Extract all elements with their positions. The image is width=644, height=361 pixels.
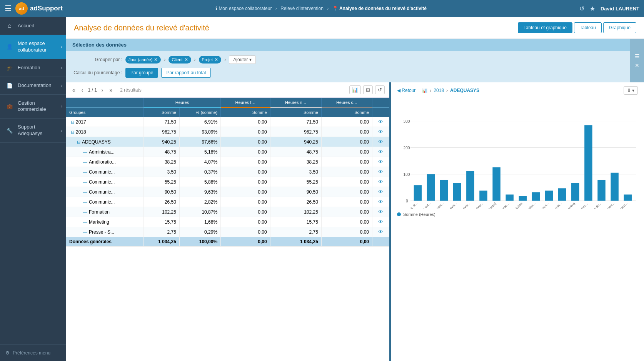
expand-icon[interactable]: ⊟ bbox=[71, 130, 74, 134]
chart-download-button[interactable]: ⬇ ▾ bbox=[624, 86, 638, 95]
chip-jour[interactable]: Jour (année) ✕ bbox=[125, 56, 161, 64]
eye-icon[interactable]: 👁 bbox=[378, 189, 383, 195]
eye-icon[interactable]: 👁 bbox=[378, 159, 383, 165]
expand-icon[interactable]: — bbox=[83, 160, 87, 164]
cell-eye[interactable]: 👁 bbox=[372, 117, 389, 127]
prev-page-button[interactable]: ‹ bbox=[80, 86, 85, 94]
bar-rect[interactable] bbox=[558, 188, 566, 201]
bar-rect[interactable] bbox=[611, 173, 618, 201]
star-icon[interactable]: ★ bbox=[590, 5, 595, 12]
filter-icon[interactable]: ☰ bbox=[635, 53, 640, 59]
bar-rect[interactable] bbox=[519, 196, 527, 201]
expand-icon[interactable]: — bbox=[83, 180, 87, 184]
cell-eye[interactable]: 👁 bbox=[372, 167, 389, 177]
first-page-button[interactable]: « bbox=[71, 86, 77, 94]
cell-eye[interactable]: 👁 bbox=[372, 187, 389, 197]
eye-icon[interactable]: 👁 bbox=[378, 139, 383, 145]
cell-somme1: 38,25 bbox=[143, 157, 179, 167]
expand-icon[interactable]: — bbox=[83, 230, 87, 234]
eye-icon[interactable]: 👁 bbox=[378, 229, 383, 235]
th-heures-f: – Heures f… – bbox=[221, 98, 270, 107]
sidebar-item-formation[interactable]: 🎓 Formation › bbox=[0, 59, 66, 77]
sidebar-item-accueil[interactable]: ⌂ Accueil bbox=[0, 17, 66, 35]
expand-icon[interactable]: — bbox=[83, 220, 87, 224]
bar-rect[interactable] bbox=[492, 167, 500, 201]
bar-rect[interactable] bbox=[440, 180, 448, 201]
sidebar-item-mon-espace[interactable]: 👤 Mon espace collaborateur › bbox=[0, 35, 66, 59]
cell-eye[interactable]: 👁 bbox=[372, 197, 389, 207]
cell-somme4: 0,00 bbox=[321, 217, 372, 227]
expand-icon[interactable]: — bbox=[83, 150, 87, 154]
expand-icon[interactable]: ⊟ bbox=[77, 140, 80, 144]
cell-label: —Presse - S... bbox=[66, 227, 143, 237]
bar-rect[interactable] bbox=[479, 191, 487, 201]
table-scroll[interactable]: — Heures — – Heures f… – – Heures n… – –… bbox=[66, 98, 389, 361]
sidebar-item-support[interactable]: 🔧 Support Adequasys › bbox=[0, 119, 66, 143]
preferences-menu[interactable]: ⚙ Préférences menu bbox=[0, 344, 66, 361]
next-page-button[interactable]: › bbox=[100, 86, 105, 94]
pct-btn-total[interactable]: Par rapport au total bbox=[161, 68, 211, 78]
bar-rect[interactable] bbox=[545, 191, 553, 201]
expand-icon[interactable]: — bbox=[83, 190, 87, 194]
cell-eye[interactable]: 👁 bbox=[372, 217, 389, 227]
tab-tableau[interactable]: Tableau bbox=[574, 22, 602, 33]
bar-rect[interactable] bbox=[414, 185, 422, 201]
bar-rect[interactable] bbox=[466, 171, 474, 201]
expand-icon[interactable]: ⊟ bbox=[71, 120, 74, 124]
chip-jour-remove[interactable]: ✕ bbox=[154, 57, 158, 62]
eye-icon[interactable]: 👁 bbox=[378, 209, 383, 215]
expand-icon[interactable]: — bbox=[83, 200, 87, 204]
chart-back-button[interactable]: ◀ Retour bbox=[397, 88, 415, 93]
eye-icon[interactable]: 👁 bbox=[378, 179, 383, 185]
export-excel-button[interactable]: 📊 bbox=[349, 85, 361, 94]
last-page-button[interactable]: » bbox=[108, 86, 114, 94]
eye-icon[interactable]: 👁 bbox=[378, 119, 383, 125]
cell-eye[interactable]: 👁 bbox=[372, 157, 389, 167]
breadcrumb-step2[interactable]: Relevé d'intervention bbox=[280, 6, 324, 11]
refresh-table-button[interactable]: ↺ bbox=[375, 85, 385, 94]
bar-rect[interactable] bbox=[453, 183, 461, 201]
pct-btn-group[interactable]: Par groupe bbox=[125, 68, 158, 78]
eye-icon[interactable]: 👁 bbox=[378, 199, 383, 205]
cell-eye[interactable]: 👁 bbox=[372, 147, 389, 157]
tab-tableau-graphique[interactable]: Tableau et graphique bbox=[518, 22, 572, 33]
cell-somme3: 940,25 bbox=[270, 137, 321, 147]
bar-rect[interactable] bbox=[506, 194, 513, 201]
breadcrumb-step1[interactable]: Mon espace collaborateur bbox=[219, 6, 272, 11]
cell-eye[interactable]: 👁 bbox=[372, 227, 389, 237]
chip-client[interactable]: Client ✕ bbox=[169, 56, 191, 64]
expand-icon[interactable]: — bbox=[83, 210, 87, 214]
eye-icon[interactable]: 👁 bbox=[378, 219, 383, 225]
refresh-icon[interactable]: ↺ bbox=[579, 5, 584, 12]
bar-rect[interactable] bbox=[597, 180, 605, 201]
data-section: « ‹ 1 / 1 › » 2 résultats 📊 ⊞ ↺ bbox=[66, 82, 644, 361]
chip-client-remove[interactable]: ✕ bbox=[184, 57, 188, 62]
bar-rect[interactable] bbox=[584, 125, 592, 201]
bar-rect[interactable] bbox=[427, 174, 435, 201]
add-group-button[interactable]: Ajouter ▾ bbox=[229, 55, 256, 64]
expand-icon[interactable]: — bbox=[83, 170, 87, 174]
eye-icon[interactable]: 👁 bbox=[378, 149, 383, 155]
bar-rect[interactable] bbox=[571, 183, 579, 201]
sidebar-item-gestion[interactable]: 💼 Gestion commerciale › bbox=[0, 95, 66, 119]
chip-projet[interactable]: Projet ✕ bbox=[199, 56, 222, 64]
bar-rect[interactable] bbox=[624, 194, 632, 201]
cell-eye[interactable]: 👁 bbox=[372, 207, 389, 217]
chart-client[interactable]: ADEQUASYS bbox=[450, 88, 479, 93]
columns-button[interactable]: ⊞ bbox=[363, 85, 373, 94]
chart-year[interactable]: 2018 bbox=[434, 88, 444, 93]
eye-icon[interactable]: 👁 bbox=[378, 129, 383, 135]
filter-collapse-icon[interactable]: ✕ bbox=[635, 62, 639, 69]
cell-eye[interactable]: 👁 bbox=[372, 127, 389, 137]
eye-icon[interactable]: 👁 bbox=[378, 169, 383, 175]
cell-eye[interactable]: 👁 bbox=[372, 137, 389, 147]
chip-projet-remove[interactable]: ✕ bbox=[214, 57, 218, 62]
bar-rect[interactable] bbox=[532, 192, 540, 201]
cell-eye[interactable]: 👁 bbox=[372, 177, 389, 187]
content: Analyse de données du relevé d'activité … bbox=[66, 17, 644, 361]
sidebar-label-documentation: Documentation bbox=[18, 82, 61, 89]
menu-icon[interactable]: ☰ bbox=[5, 4, 12, 13]
tab-graphique[interactable]: Graphique bbox=[603, 22, 636, 33]
th-somme4: Somme bbox=[321, 107, 372, 117]
sidebar-item-documentation[interactable]: 📄 Documentation › bbox=[0, 77, 66, 95]
